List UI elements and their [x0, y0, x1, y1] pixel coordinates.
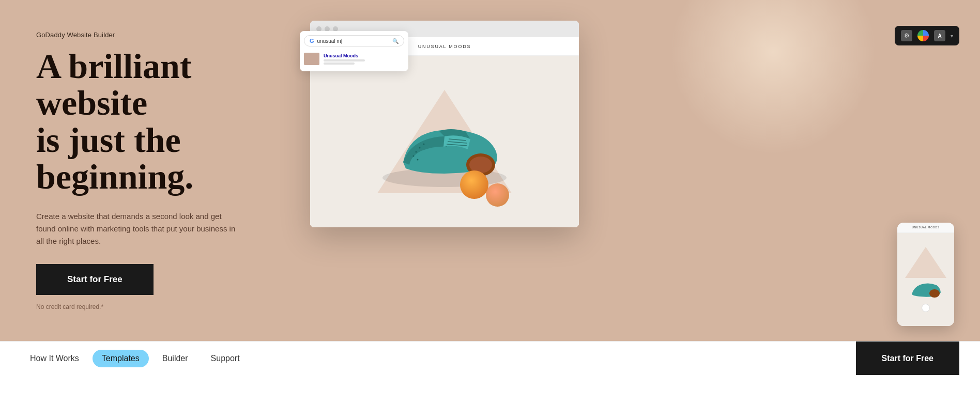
google-search-bar: G unusual m| 🔍 [304, 35, 404, 46]
nav-templates[interactable]: Templates [93, 350, 149, 367]
nav-builder[interactable]: Builder [153, 350, 197, 367]
nav-links-container: How It Works Templates Builder Support [21, 350, 856, 367]
google-search-icon: 🔍 [392, 38, 399, 44]
mobile-content-area [897, 233, 954, 326]
google-search-result: Unusual Moods [304, 51, 404, 67]
nav-start-free-button[interactable]: Start for Free [856, 341, 959, 375]
headline-line3: beginning. [36, 157, 193, 196]
gear-icon: ⚙ [901, 30, 912, 41]
no-credit-card-text: No credit card required.* [36, 303, 284, 310]
headline-line1: A brilliant website [36, 46, 191, 122]
nav-support[interactable]: Support [202, 350, 249, 367]
navigation-bar: How It Works Templates Builder Support S… [0, 341, 980, 375]
mobile-preview-mockup: UNUSUAL MOODS [897, 223, 954, 326]
shoe-image [372, 85, 517, 198]
google-logo: G [310, 38, 314, 44]
hero-left-content: GoDaddy Website Builder A brilliant webs… [36, 31, 284, 310]
result-info: Unusual Moods [324, 53, 365, 65]
mobile-brand-name: UNUSUAL MOODS [912, 226, 940, 229]
mobile-triangle-bg [905, 247, 946, 278]
nav-how-it-works[interactable]: How It Works [21, 350, 88, 367]
color-wheel-icon [917, 30, 929, 41]
brand-label: GoDaddy Website Builder [36, 31, 284, 39]
svg-point-6 [416, 151, 417, 153]
hero-subtext: Create a website that demands a second l… [36, 210, 243, 247]
result-bar-1 [324, 59, 365, 61]
headline-line2: is just the [36, 120, 181, 160]
result-name: Unusual Moods [324, 53, 365, 58]
peach-fruit-2 [486, 183, 509, 207]
svg-point-9 [413, 155, 415, 157]
result-thumbnail [304, 53, 319, 65]
mobile-header: UNUSUAL MOODS [897, 223, 954, 233]
svg-point-10 [417, 159, 419, 161]
chevron-down-icon: ▾ [951, 33, 953, 39]
settings-toolbar-popup: ⚙ A ▾ [895, 26, 959, 45]
website-brand-name: UNUSUAL MOODS [418, 44, 471, 49]
hero-section: GoDaddy Website Builder A brilliant webs… [0, 0, 980, 341]
google-search-text: unusual m| [317, 38, 389, 44]
svg-point-11 [929, 289, 940, 298]
hero-start-free-button[interactable]: Start for Free [36, 264, 154, 295]
font-icon: A [934, 30, 945, 41]
hero-headline: A brilliant website is just the beginnin… [36, 48, 284, 196]
google-search-popup: G unusual m| 🔍 Unusual Moods [300, 31, 408, 71]
svg-point-7 [419, 147, 421, 149]
website-hero-area [310, 56, 579, 227]
mobile-shoe-image [908, 275, 944, 298]
svg-point-8 [423, 144, 425, 145]
hero-right-mockups: UNUSUAL MOODS [258, 0, 980, 341]
peach-fruit-1 [460, 170, 488, 199]
mobile-home-button [922, 304, 930, 312]
result-bar-2 [324, 63, 355, 65]
